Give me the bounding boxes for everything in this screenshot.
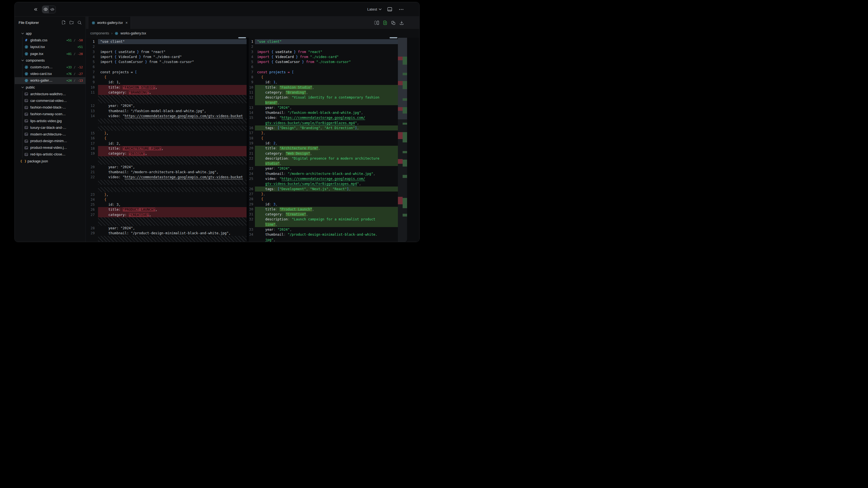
code-line[interactable]: 3import { useState } from "react": [249, 50, 398, 55]
code-line[interactable]: 1"use client": [249, 39, 398, 44]
code-line[interactable]: 14 thumbnail: "/fashion-model-black-and-…: [249, 110, 398, 115]
code-line[interactable]: 7const projects = [: [249, 70, 398, 75]
code-line[interactable]: 9 id: 1,: [86, 80, 247, 85]
tree-folder-public[interactable]: public: [15, 84, 86, 91]
code-line[interactable]: 23 },: [86, 192, 247, 197]
code-line[interactable]: 20 title: "Architecture Firm",: [249, 146, 398, 151]
breadcrumb-folder[interactable]: components: [90, 31, 109, 35]
tree-folder-app[interactable]: app: [15, 30, 86, 37]
code-mode-button[interactable]: [49, 6, 56, 13]
code-line[interactable]: 17 id: 2,: [86, 141, 247, 146]
scrollbar-thumb[interactable]: [238, 37, 246, 38]
preview-mode-button[interactable]: [42, 6, 49, 13]
code-line[interactable]: 25 id: 3,: [86, 202, 247, 207]
version-dropdown[interactable]: Latest: [367, 7, 381, 11]
tree-item-luxury-car-black-and-[interactable]: luxury-car-black-and-…: [15, 124, 86, 131]
tree-item-car-commercial-video[interactable]: car-commercial-video…: [15, 97, 86, 104]
code-line[interactable]: 10 title: "FASHION STUDIO",: [86, 85, 247, 90]
tree-item-layout.tsx[interactable]: layout.tsx+51: [15, 43, 86, 50]
close-tab-icon[interactable]: ×: [125, 21, 128, 25]
breadcrumb-file[interactable]: works-gallery.tsx: [121, 31, 146, 35]
code-line[interactable]: 28 {: [249, 197, 398, 201]
tree-item-custom-curs[interactable]: custom-curs…+33 / -12: [15, 64, 86, 70]
code-line[interactable]: 11 category: "BRANDING",: [86, 90, 247, 95]
code-line[interactable]: 5import { CustomCursor } from "./custom-…: [86, 59, 247, 64]
code-line[interactable]: 22 description: "Digital presence for a …: [249, 156, 398, 166]
code-line[interactable]: 21 category: "Web Design",: [249, 151, 398, 156]
diff-pane-new[interactable]: 1"use client"2 3import { useState } from…: [249, 38, 398, 242]
code-line[interactable]: 22 video: "https://commondatastorage.goo…: [86, 174, 247, 180]
diff-view-button[interactable]: [383, 21, 387, 25]
code-line[interactable]: 9 id: 1,: [249, 80, 398, 85]
tree-folder-components[interactable]: components: [15, 57, 86, 64]
code-line[interactable]: 32 description: "Launch campaign for a m…: [249, 217, 398, 227]
tree-item-architecture-walkthro[interactable]: architecture-walkthro…: [15, 91, 86, 97]
tree-item-product-reveal-video.j[interactable]: product-reveal-video.j…: [15, 144, 86, 151]
new-folder-button[interactable]: [69, 21, 74, 25]
code-line[interactable]: 29 id: 3,: [249, 202, 398, 207]
code-line[interactable]: 30 title: "Product Launch",: [249, 207, 398, 212]
split-view-button[interactable]: [374, 21, 379, 25]
tree-item-fashion-model-black-[interactable]: fashion-model-black-…: [15, 104, 86, 111]
copy-button[interactable]: [391, 21, 395, 25]
code-line[interactable]: 12 description: "Visual identity for a c…: [249, 95, 398, 105]
code-line[interactable]: 16 tags: ["Design", "Branding", "Art Dir…: [249, 126, 398, 130]
code-line[interactable]: 10 title: "Fashion Studio",: [249, 85, 398, 90]
code-line[interactable]: 5import { CustomCursor } from "./custom-…: [249, 59, 398, 64]
collapse-sidebar-button[interactable]: [32, 6, 39, 13]
code-line[interactable]: 7const projects = [: [86, 70, 247, 75]
code-line[interactable]: 18 {: [249, 136, 398, 141]
code-line[interactable]: 15 },: [86, 131, 247, 136]
tree-item-modern-architecture-[interactable]: modern-architecture-…: [15, 131, 86, 138]
code-line[interactable]: 12 year: "2024",: [86, 103, 247, 108]
code-line[interactable]: 20 year: "2024",: [86, 165, 247, 170]
tree-item-red-lips-artistic-close[interactable]: red-lips-artistic-close…: [15, 151, 86, 158]
search-button[interactable]: [78, 21, 82, 25]
new-file-button[interactable]: [62, 20, 66, 25]
code-line[interactable]: 24 thumbnail: "/modern-architecture-blac…: [249, 171, 398, 176]
code-line[interactable]: 19 category: "DESIGN",: [86, 151, 247, 156]
code-line[interactable]: 27 category: "CREATIVE",: [86, 213, 247, 217]
code-line[interactable]: 16 {: [86, 136, 247, 141]
code-line[interactable]: 2: [249, 44, 398, 49]
more-options-button[interactable]: [398, 6, 405, 13]
tree-item-works-galler[interactable]: works-galler…+24 / -13: [15, 77, 86, 84]
code-line[interactable]: 25 video: "https://commondatastorage.goo…: [249, 176, 398, 187]
tree-item-page.tsx[interactable]: page.tsx+81 / -28: [15, 51, 86, 57]
code-line[interactable]: 15 video: "https://commondatastorage.goo…: [249, 115, 398, 126]
code-line[interactable]: 13 year: "2024",: [249, 105, 398, 110]
code-line[interactable]: 17 },: [249, 130, 398, 135]
code-line[interactable]: 29 thumbnail: "/product-design-minimalis…: [86, 231, 247, 236]
code-line[interactable]: 8 {: [86, 75, 247, 80]
diff-pane-old[interactable]: 1"use client"2 3import { useState } from…: [86, 38, 247, 242]
code-line[interactable]: 6: [86, 64, 247, 69]
tree-item-package.json[interactable]: { }package.json: [15, 158, 86, 165]
code-line[interactable]: 2: [86, 44, 247, 49]
code-line[interactable]: 18 title: "ARCHITECTURE FIRM",: [86, 146, 247, 151]
diff-minimap[interactable]: [398, 38, 407, 242]
code-line[interactable]: 4import { VideoCard } from "./video-card…: [249, 55, 398, 59]
code-line[interactable]: 14 video: "https://commondatastorage.goo…: [86, 113, 247, 119]
code-line[interactable]: 4import { VideoCard } from "./video-card…: [86, 55, 247, 59]
tree-item-product-design-minim[interactable]: product-design-minim…: [15, 138, 86, 144]
code-line[interactable]: 28 year: "2024",: [86, 226, 247, 231]
code-line[interactable]: 3import { useState } from "react": [86, 50, 247, 55]
code-line[interactable]: 13 thumbnail: "/fashion-model-black-and-…: [86, 108, 247, 113]
code-line[interactable]: 34 thumbnail: "/product-design-minimalis…: [249, 232, 398, 242]
code-line[interactable]: 24 {: [86, 197, 247, 202]
code-line[interactable]: 8 {: [249, 75, 398, 80]
tree-item-fashion-runway-scen[interactable]: fashion-runway-scen…: [15, 111, 86, 118]
code-line[interactable]: 1"use client": [86, 39, 247, 44]
code-line[interactable]: 27 },: [249, 192, 398, 197]
code-line[interactable]: 11 category: "Branding",: [249, 90, 398, 95]
code-line[interactable]: 26 tags: ["Development", "Next.js", "Rea…: [249, 187, 398, 192]
code-line[interactable]: 31 category: "Creative",: [249, 212, 398, 217]
code-line[interactable]: 21 thumbnail: "/modern-architecture-blac…: [86, 170, 247, 174]
download-button[interactable]: [400, 21, 404, 25]
tab-works-gallery[interactable]: works-gallery.tsx ×: [88, 17, 131, 29]
code-line[interactable]: 19 id: 2,: [249, 141, 398, 146]
code-line[interactable]: 6: [249, 64, 398, 69]
code-line[interactable]: 33 year: "2024",: [249, 227, 398, 232]
code-line[interactable]: 23 year: "2024",: [249, 166, 398, 171]
code-line[interactable]: 26 title: "PRODUCT LAUNCH",: [86, 207, 247, 212]
